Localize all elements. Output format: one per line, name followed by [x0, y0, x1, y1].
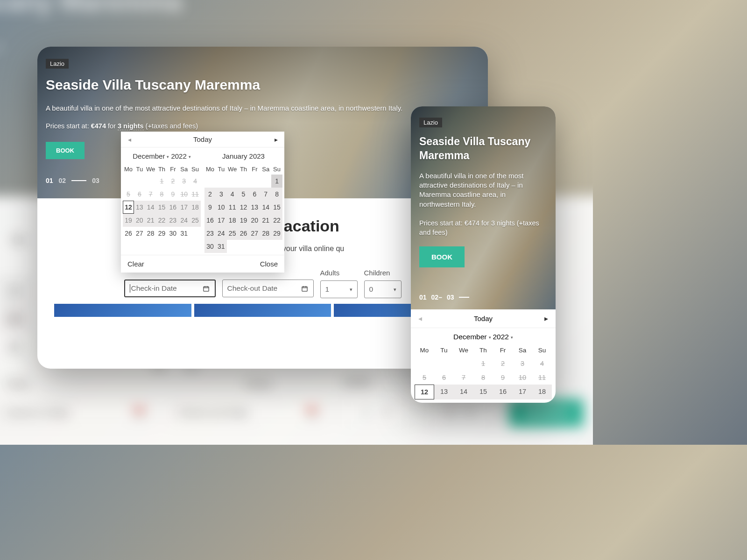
calendar-day[interactable]: 19 — [123, 214, 134, 227]
calendar-day[interactable]: 25 — [227, 227, 238, 240]
calendar-day[interactable]: 18 — [190, 201, 201, 214]
calendar-day[interactable]: 5 — [238, 188, 249, 201]
calendar-day[interactable]: 4 — [227, 188, 238, 201]
calendar-day[interactable]: 24 — [216, 227, 227, 240]
children-select[interactable]: 0 ▾ — [364, 280, 402, 298]
pager-01[interactable]: 01 — [46, 177, 53, 184]
calendar-day[interactable]: 16 — [167, 201, 178, 214]
calendar-day[interactable]: 21 — [145, 214, 156, 227]
calendar-day[interactable]: 7 — [260, 188, 271, 201]
pager-line-icon — [71, 180, 86, 181]
pager-03[interactable]: 03 — [92, 177, 99, 184]
calendar-day[interactable]: 11 — [227, 201, 238, 214]
calendar-day[interactable]: 23 — [204, 227, 216, 240]
calendar-day[interactable]: 26 — [123, 227, 134, 240]
calendar-day[interactable]: 10 — [216, 201, 227, 214]
today-button[interactable]: Today — [193, 135, 212, 143]
weekday-label: We — [145, 164, 156, 175]
chevron-down-icon: ▾ — [167, 154, 169, 162]
calendar-day[interactable]: 28 — [145, 227, 156, 240]
checkin-date-input[interactable]: Check-in Date — [124, 280, 216, 297]
pager-02[interactable]: 02 — [59, 177, 66, 184]
calendar-day[interactable]: 30 — [167, 227, 178, 240]
calendar-day[interactable]: 30 — [204, 240, 216, 253]
pager-01[interactable]: 01 — [419, 294, 427, 301]
calendar-day[interactable]: 31 — [216, 240, 227, 253]
calendar-day[interactable]: 18 — [227, 214, 238, 227]
calendar-day: 8 — [156, 188, 168, 201]
calendar-day[interactable]: 17 — [513, 385, 532, 399]
calendar-day[interactable]: 16 — [493, 385, 513, 399]
book-button[interactable]: BOOK — [46, 142, 85, 159]
calendar-day[interactable]: 17 — [178, 201, 190, 214]
weekday-label: Su — [190, 164, 201, 175]
calendar-day[interactable]: 29 — [156, 227, 168, 240]
adults-select[interactable]: 1 ▾ — [320, 280, 358, 298]
calendar-day[interactable]: 31 — [178, 227, 190, 240]
calendar-day: 8 — [473, 371, 493, 385]
calendar-day[interactable]: 1 — [271, 175, 282, 188]
calendar-day[interactable]: 22 — [156, 214, 168, 227]
slide-pager: 01 02 03 — [46, 177, 99, 184]
calendar-day[interactable]: 28 — [260, 227, 271, 240]
calendar-day[interactable]: 27 — [249, 227, 260, 240]
calendar-day[interactable]: 13 — [134, 201, 145, 214]
month-january: January 2023 MoTuWeThFrSaSu1234567891011… — [203, 147, 284, 255]
calendar-day[interactable]: 25 — [190, 214, 201, 227]
today-button[interactable]: Today — [474, 315, 493, 322]
calendar-day[interactable]: 15 — [156, 201, 168, 214]
calendar-day[interactable]: 3 — [216, 188, 227, 201]
calendar-day[interactable]: 14 — [454, 385, 473, 399]
next-month-button[interactable]: ▸ — [543, 314, 549, 323]
prev-month-button[interactable]: ◂ — [417, 314, 423, 323]
calendar-day[interactable]: 13 — [434, 385, 454, 399]
location-tag[interactable]: Lazio — [419, 118, 442, 127]
location-tag[interactable]: Lazio — [46, 59, 69, 69]
calendar-day[interactable]: 22 — [271, 214, 282, 227]
calendar-day[interactable]: 24 — [178, 214, 190, 227]
year-select[interactable]: 2022 — [171, 152, 186, 160]
calendar-day[interactable]: 27 — [134, 227, 145, 240]
calendar-day[interactable]: 17 — [216, 214, 227, 227]
calendar-day[interactable]: 23 — [167, 214, 178, 227]
weekday-label: Sa — [513, 344, 532, 357]
checkout-placeholder: Check-out Date — [227, 284, 278, 293]
calendar-day[interactable]: 14 — [260, 201, 271, 214]
prev-month-button[interactable]: ◂ — [126, 136, 133, 143]
chevron-down-icon: ▾ — [189, 154, 191, 162]
calendar-day[interactable]: 16 — [204, 214, 216, 227]
calendar-day[interactable]: 9 — [204, 201, 216, 214]
clear-button[interactable]: Clear — [127, 260, 144, 268]
month-select[interactable]: December — [133, 152, 165, 160]
calendar-day[interactable]: 15 — [473, 385, 493, 399]
next-month-button[interactable]: ▸ — [272, 136, 280, 143]
calendar-day[interactable]: 12 — [123, 201, 134, 214]
calendar-day[interactable]: 12 — [415, 385, 434, 399]
book-button[interactable]: BOOK — [419, 246, 465, 267]
checkout-date-input[interactable]: Check-out Date — [222, 280, 314, 297]
month-select[interactable]: December — [453, 333, 487, 341]
year-select[interactable]: 2022 — [493, 333, 509, 341]
calendar-day[interactable]: 13 — [249, 201, 260, 214]
calendar-day[interactable]: 6 — [249, 188, 260, 201]
calendar-day[interactable]: 19 — [238, 214, 249, 227]
close-button[interactable]: Close — [260, 260, 278, 268]
calendar-day[interactable]: 29 — [271, 227, 282, 240]
mobile-hero: Lazio Seaside Villa Tuscany Maremma A be… — [411, 106, 556, 309]
calendar-day[interactable]: 20 — [249, 214, 260, 227]
calendar-day[interactable]: 20 — [134, 214, 145, 227]
calendar-day: 5 — [123, 188, 134, 201]
calendar-day[interactable]: 18 — [532, 385, 552, 399]
pager-03[interactable]: 03 — [447, 294, 454, 301]
calendar-day[interactable]: 12 — [238, 201, 249, 214]
calendar-day: 1 — [473, 357, 493, 371]
calendar-day[interactable]: 26 — [238, 227, 249, 240]
calendar-day[interactable]: 2 — [204, 188, 216, 201]
calendar-day[interactable]: 14 — [145, 201, 156, 214]
calendar-day[interactable]: 21 — [260, 214, 271, 227]
weekday-label: We — [227, 164, 238, 175]
pager-02[interactable]: 02– — [431, 294, 442, 301]
calendar-day[interactable]: 8 — [271, 188, 282, 201]
chevron-down-icon: ▾ — [394, 287, 396, 293]
calendar-day[interactable]: 15 — [271, 201, 282, 214]
